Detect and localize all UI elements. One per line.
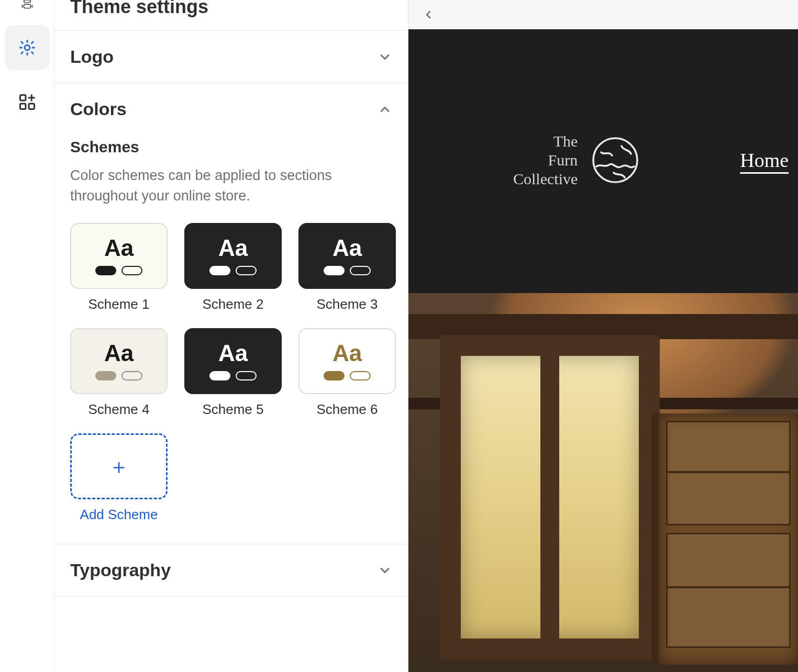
scheme-sample-text: Aa	[104, 342, 134, 365]
scheme-label: Scheme 4	[88, 401, 149, 418]
scheme-pills	[95, 371, 142, 380]
theme-settings-panel: Theme settings Logo Colors Schemes Color…	[54, 0, 408, 672]
globe-logo-icon	[590, 135, 640, 185]
scheme-swatch[interactable]: Aa	[70, 223, 168, 289]
svg-rect-0	[24, 0, 30, 3]
scheme-swatch[interactable]: Aa	[70, 328, 168, 394]
svg-rect-4	[20, 104, 26, 109]
add-scheme-label: Add Scheme	[80, 507, 158, 523]
schemes-heading: Schemes	[70, 138, 392, 156]
section-next-partial	[54, 596, 408, 617]
section-header-logo[interactable]: Logo	[54, 31, 408, 83]
scheme-2: Aa Scheme 2	[184, 223, 282, 312]
scheme-pills	[324, 266, 371, 275]
hero-door	[440, 335, 660, 659]
svg-rect-3	[20, 95, 26, 101]
scheme-5: Aa Scheme 5	[184, 328, 282, 418]
plus-icon: ＋	[108, 456, 129, 477]
scheme-swatch[interactable]: Aa	[184, 328, 282, 394]
cabinet-shelf	[666, 586, 791, 588]
add-scheme: ＋ Add Scheme	[70, 433, 168, 523]
rail-item-sections-partial[interactable]	[0, 0, 54, 16]
svg-point-2	[25, 45, 30, 50]
scheme-grid: Aa Scheme 1 Aa Scheme 2 Aa Scheme 3 Aa	[70, 223, 392, 523]
apps-icon	[18, 93, 37, 111]
chevron-down-icon	[378, 50, 392, 64]
scheme-pill-solid	[95, 371, 116, 380]
chevron-left-icon	[422, 8, 435, 21]
nav-link-home[interactable]: Home	[740, 149, 789, 172]
scheme-pills	[209, 371, 257, 380]
scheme-swatch[interactable]: Aa	[184, 223, 282, 289]
scheme-pill-outline	[350, 371, 371, 380]
svg-rect-5	[29, 104, 35, 109]
svg-point-6	[593, 138, 637, 182]
brand-line: The	[513, 132, 578, 151]
scheme-label: Scheme 1	[88, 296, 149, 312]
sections-icon	[18, 0, 36, 12]
scheme-pill-solid	[324, 266, 345, 275]
chevron-up-icon	[378, 102, 392, 117]
scheme-pills	[209, 266, 257, 275]
scheme-sample-text: Aa	[332, 342, 362, 365]
section-colors: Colors Schemes Color schemes can be appl…	[54, 83, 408, 544]
editor-rail	[0, 0, 54, 672]
scheme-pill-outline	[121, 266, 142, 275]
scheme-6: Aa Scheme 6	[298, 328, 396, 418]
scheme-sample-text: Aa	[332, 237, 362, 260]
scheme-pill-solid	[209, 371, 230, 380]
scheme-pill-outline	[236, 266, 257, 275]
scheme-pill-outline	[350, 266, 371, 275]
scheme-sample-text: Aa	[218, 237, 248, 260]
scheme-label: Scheme 2	[202, 296, 263, 312]
scheme-4: Aa Scheme 4	[70, 328, 168, 418]
section-label-logo: Logo	[70, 47, 114, 67]
cabinet-pane	[666, 533, 791, 648]
cabinet-pane	[666, 421, 791, 525]
scheme-swatch[interactable]: Aa	[298, 223, 396, 289]
scheme-pill-solid	[324, 371, 345, 380]
rail-item-apps[interactable]	[5, 80, 50, 125]
scheme-label: Scheme 5	[202, 401, 263, 418]
panel-title: Theme settings	[70, 0, 392, 18]
brand-line: Furn	[513, 151, 578, 170]
section-body-colors: Schemes Color schemes can be applied to …	[54, 138, 408, 544]
section-label-colors: Colors	[70, 99, 127, 119]
section-header-typography[interactable]: Typography	[54, 544, 408, 596]
scheme-pills	[324, 371, 371, 380]
scheme-sample-text: Aa	[218, 342, 248, 365]
brand-line: Collective	[513, 170, 578, 188]
rail-item-theme-settings[interactable]	[5, 25, 50, 70]
chevron-down-icon	[378, 563, 392, 578]
preview-back-button[interactable]	[419, 5, 438, 24]
scheme-label: Scheme 3	[316, 296, 378, 312]
brand-text: The Furn Collective	[513, 132, 578, 188]
scheme-pill-solid	[95, 266, 116, 275]
settings-gear-icon	[18, 38, 37, 57]
svg-rect-1	[24, 4, 30, 8]
scheme-swatch[interactable]: Aa	[298, 328, 396, 394]
preview-pane: The Furn Collective Home	[408, 0, 798, 672]
cabinet-shelf	[666, 471, 791, 473]
section-header-colors[interactable]: Colors	[54, 83, 408, 135]
scheme-sample-text: Aa	[104, 237, 134, 260]
scheme-pill-outline	[121, 371, 142, 380]
panel-header: Theme settings	[54, 0, 408, 30]
hero-cabinet	[651, 413, 798, 665]
add-scheme-button[interactable]: ＋	[70, 433, 168, 499]
store-brand[interactable]: The Furn Collective	[513, 132, 640, 188]
scheme-pill-solid	[209, 266, 230, 275]
hero-image	[408, 293, 798, 672]
section-typography: Typography	[54, 544, 408, 596]
scheme-1: Aa Scheme 1	[70, 223, 168, 312]
scheme-pills	[95, 266, 142, 275]
preview-toolbar	[408, 0, 798, 29]
scheme-label: Scheme 6	[316, 401, 378, 418]
store-header: The Furn Collective Home	[408, 29, 798, 291]
scheme-3: Aa Scheme 3	[298, 223, 396, 312]
section-logo: Logo	[54, 30, 408, 83]
section-label-typography: Typography	[70, 560, 171, 580]
schemes-description: Color schemes can be applied to sections…	[70, 165, 392, 206]
scheme-pill-outline	[236, 371, 257, 380]
